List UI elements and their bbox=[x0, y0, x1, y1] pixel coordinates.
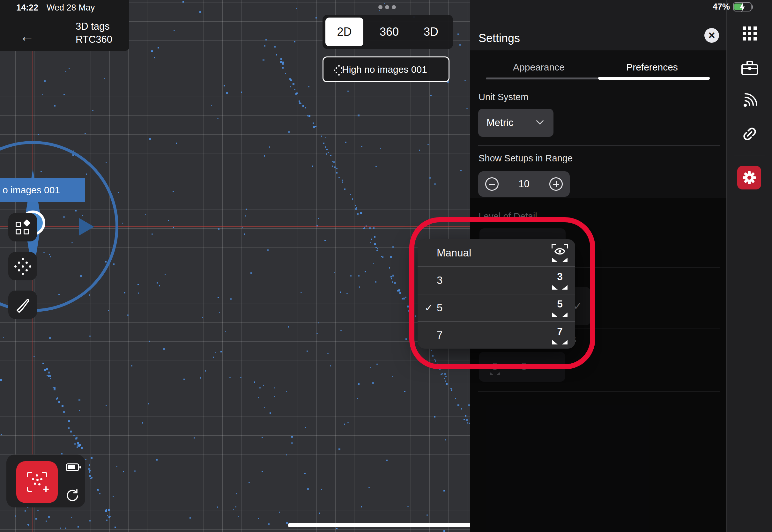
tab-underline-inactive bbox=[486, 78, 598, 79]
setups-range-value: 10 bbox=[518, 178, 529, 190]
check-icon: ✓ bbox=[425, 302, 433, 314]
unit-system-select[interactable]: Metric bbox=[478, 109, 553, 137]
tags-icon bbox=[15, 220, 30, 235]
tab-preferences[interactable]: Preferences bbox=[607, 59, 697, 76]
scalpel-icon bbox=[14, 297, 31, 313]
toolbox-icon bbox=[741, 61, 758, 75]
sidebar-divider bbox=[734, 156, 765, 156]
tab-360[interactable]: 360 bbox=[367, 15, 412, 49]
menu-item-3[interactable]: 3 3 bbox=[418, 267, 575, 294]
battery-percent: 47% bbox=[713, 2, 730, 12]
eye-frame-icon bbox=[551, 244, 569, 262]
setups-range-stepper: 10 bbox=[478, 171, 570, 197]
status-battery: 47% bbox=[713, 2, 752, 12]
tab-2d[interactable]: 2D bbox=[325, 15, 363, 49]
new-scan-icon: + bbox=[27, 472, 47, 492]
active-setup-button[interactable]: High no images 001 bbox=[323, 56, 449, 82]
status-date: Wed 28 May bbox=[47, 3, 95, 12]
minus-button[interactable] bbox=[485, 177, 499, 191]
grid-icon bbox=[743, 26, 757, 41]
eye-icon bbox=[554, 247, 565, 255]
unit-system-value: Metric bbox=[486, 117, 513, 129]
level-of-detail-menu: Manual 3 3 ✓ 5 5 bbox=[418, 239, 575, 349]
play-direction-icon bbox=[79, 218, 94, 236]
setups-in-range-label: Show Setups in Range bbox=[479, 153, 573, 164]
back-button[interactable]: ← bbox=[18, 28, 37, 46]
status-time: 14:22 bbox=[16, 3, 38, 12]
settings-title: Settings bbox=[479, 32, 520, 45]
lod-7-icon: 7 bbox=[551, 326, 569, 344]
nav-header: 14:22Wed 28 May ← 3D tags RTC360 bbox=[0, 0, 129, 51]
plus-button[interactable] bbox=[549, 177, 563, 191]
header-divider bbox=[58, 18, 58, 47]
chevron-down-icon bbox=[536, 117, 544, 125]
setup-tag-label[interactable]: o images 001 bbox=[0, 178, 85, 202]
sidebar-item-toolbox[interactable] bbox=[727, 55, 772, 81]
app-screen: o images 001 bbox=[0, 0, 772, 532]
tags-tool-button[interactable] bbox=[8, 213, 37, 241]
scanner-battery-icon bbox=[66, 463, 79, 471]
active-setup-label: High no images 001 bbox=[342, 64, 427, 75]
menu-item-7[interactable]: 7 7 bbox=[418, 321, 575, 349]
link-icon bbox=[741, 125, 759, 143]
live-share-icon bbox=[741, 92, 758, 109]
status-time-date: 14:22Wed 28 May bbox=[16, 3, 95, 13]
unit-system-label: Unit System bbox=[479, 92, 528, 102]
sidebar-item-settings[interactable] bbox=[737, 166, 761, 189]
battery-icon bbox=[733, 2, 752, 11]
measure-tool-button[interactable] bbox=[8, 291, 37, 319]
point-cloud-tool-button[interactable] bbox=[8, 252, 37, 280]
close-settings-button[interactable]: × bbox=[704, 28, 719, 43]
sync-icon[interactable] bbox=[65, 488, 80, 502]
point-cloud-icon bbox=[334, 65, 345, 76]
tab-underline-active bbox=[598, 77, 710, 80]
menu-item-5[interactable]: ✓ 5 5 bbox=[418, 294, 575, 321]
section-divider bbox=[478, 145, 720, 146]
view-mode-switcher: 2D 360 3D bbox=[323, 15, 453, 49]
home-indicator[interactable] bbox=[288, 523, 484, 527]
lod-5-icon: 5 bbox=[551, 299, 569, 317]
menu-item-manual[interactable]: Manual bbox=[418, 239, 575, 267]
project-title-line1: 3D tags bbox=[76, 20, 112, 33]
tab-3d[interactable]: 3D bbox=[412, 15, 450, 49]
scan-control-cluster: + bbox=[6, 454, 85, 507]
point-cloud-icon bbox=[14, 258, 31, 275]
gear-icon bbox=[742, 170, 757, 185]
drag-handle-dots[interactable] bbox=[378, 5, 396, 9]
tab-appearance[interactable]: Appearance bbox=[494, 59, 583, 76]
project-title: 3D tags RTC360 bbox=[76, 20, 112, 46]
sidebar-item-live-share[interactable] bbox=[727, 88, 772, 114]
new-scan-button[interactable]: + bbox=[16, 461, 58, 503]
lod-3-icon: 3 bbox=[551, 271, 569, 290]
plus-glyph: + bbox=[43, 483, 49, 495]
sidebar-item-link[interactable] bbox=[727, 121, 772, 147]
right-sidebar bbox=[726, 0, 772, 532]
sidebar-item-grid[interactable] bbox=[727, 21, 772, 46]
project-title-line2: RTC360 bbox=[76, 33, 112, 46]
